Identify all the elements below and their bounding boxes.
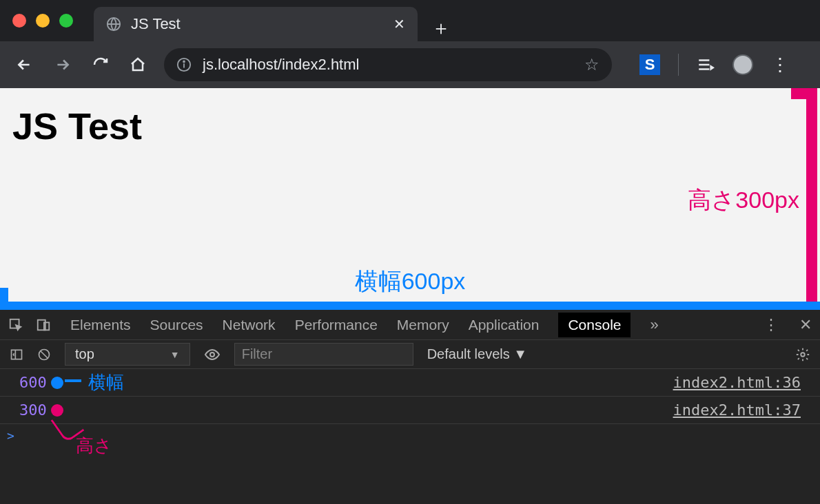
svg-point-3 [183, 61, 185, 63]
connector-line [65, 379, 81, 382]
log-levels-select[interactable]: Default levels ▼ [427, 346, 527, 362]
window-maximize-button[interactable] [59, 14, 73, 28]
url-text: js.localhost/index2.html [203, 56, 573, 74]
window-controls [12, 14, 73, 28]
inspect-icon[interactable] [8, 317, 23, 333]
extension-s-icon[interactable]: S [639, 54, 660, 75]
bookmark-star-icon[interactable]: ☆ [584, 55, 599, 74]
new-tab-button[interactable]: ＋ [418, 15, 464, 41]
more-tabs-icon[interactable]: » [650, 316, 658, 334]
log-source[interactable]: index2.html:37 [673, 401, 801, 419]
page-content: JS Test 高さ300px 横幅600px [0, 88, 820, 310]
device-toggle-icon[interactable] [36, 317, 51, 333]
height-annotation: 高さ300px [688, 185, 799, 216]
height-callout: 高さ [76, 434, 112, 458]
reload-button[interactable] [92, 56, 109, 73]
clear-console-icon[interactable] [37, 348, 51, 361]
log-value: 300 [19, 401, 47, 419]
console-context-select[interactable]: top ▼ [65, 343, 190, 366]
devtools-tab-performance[interactable]: Performance [295, 317, 378, 333]
devtools-menu-icon[interactable]: ⋮ [763, 316, 779, 334]
width-callout: 横幅 [88, 370, 124, 395]
reading-list-icon[interactable] [697, 56, 715, 74]
blue-dot-icon [51, 377, 63, 389]
devtools-tab-application[interactable]: Application [469, 317, 540, 333]
log-source[interactable]: index2.html:36 [673, 374, 801, 391]
console-filter-input[interactable]: Filter [234, 343, 413, 366]
devtools-right-icons: ⋮ ✕ [763, 316, 812, 334]
profile-avatar[interactable] [732, 54, 753, 75]
devtools-tab-memory[interactable]: Memory [397, 317, 449, 333]
svg-line-10 [41, 351, 48, 358]
forward-button[interactable] [54, 56, 72, 74]
window-close-button[interactable] [12, 14, 26, 28]
console-row[interactable]: 300 index2.html:37 [0, 397, 820, 424]
back-button[interactable] [15, 56, 33, 74]
devtools-close-icon[interactable]: ✕ [799, 316, 812, 334]
window-minimize-button[interactable] [36, 14, 50, 28]
page-heading: JS Test [0, 88, 820, 147]
devtools-tab-sources[interactable]: Sources [150, 317, 203, 333]
home-button[interactable] [130, 56, 146, 73]
chevron-down-icon: ▼ [170, 349, 180, 360]
browser-tab[interactable]: JS Test ✕ [94, 7, 418, 41]
svg-point-12 [801, 353, 805, 357]
live-expression-icon[interactable] [204, 346, 221, 363]
context-label: top [75, 346, 94, 362]
devtools-tab-console[interactable]: Console [558, 313, 631, 337]
menu-icon[interactable]: ⋮ [771, 54, 789, 76]
extension-icons: S ⋮ [639, 54, 789, 76]
console-log: 600 横幅 index2.html:36 300 index2.html:37… [0, 369, 820, 504]
width-annotation: 横幅600px [0, 266, 820, 297]
log-value: 600 [19, 374, 47, 391]
tab-title: JS Test [131, 15, 384, 33]
nav-buttons [15, 56, 146, 74]
tab-strip: JS Test ✕ ＋ [94, 0, 464, 41]
console-sidebar-toggle-icon[interactable] [10, 348, 23, 361]
svg-rect-7 [12, 350, 22, 359]
svg-point-11 [210, 353, 214, 357]
browser-title-bar: JS Test ✕ ＋ [0, 0, 820, 41]
console-row[interactable]: 600 横幅 index2.html:36 [0, 369, 820, 397]
browser-toolbar: js.localhost/index2.html ☆ S ⋮ [0, 41, 820, 88]
console-prompt[interactable]: > [0, 424, 820, 447]
close-icon[interactable]: ✕ [393, 16, 405, 32]
globe-icon [106, 17, 121, 32]
devtools-tab-elements[interactable]: Elements [70, 317, 131, 333]
address-bar[interactable]: js.localhost/index2.html ☆ [164, 48, 612, 81]
separator [678, 54, 679, 76]
site-info-icon[interactable] [176, 57, 192, 72]
devtools-panel: Elements Sources Network Performance Mem… [0, 310, 820, 504]
devtools-left-icons [8, 317, 51, 333]
devtools-tab-bar: Elements Sources Network Performance Mem… [0, 310, 820, 340]
devtools-tab-network[interactable]: Network [223, 317, 276, 333]
console-settings-icon[interactable] [795, 347, 810, 362]
console-toolbar: top ▼ Filter Default levels ▼ [0, 340, 820, 369]
width-bracket [0, 302, 820, 310]
